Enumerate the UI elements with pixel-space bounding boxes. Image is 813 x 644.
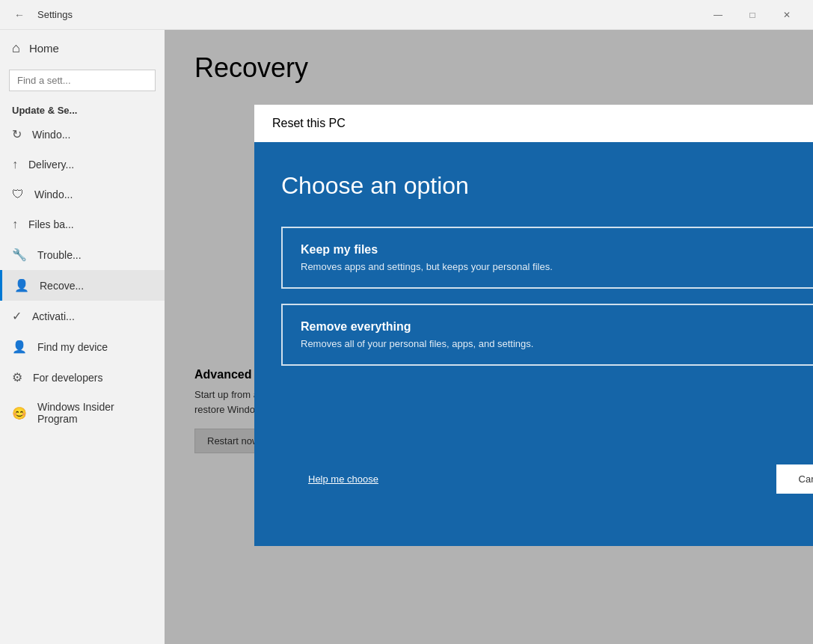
back-button[interactable]: ← <box>9 4 30 25</box>
reset-pc-dialog: Reset this PC Choose an option Keep my f… <box>254 105 813 546</box>
delivery-icon: ↑ <box>12 158 18 171</box>
find-icon: 👤 <box>12 340 27 354</box>
dev-icon: ⚙ <box>12 370 22 384</box>
window-controls: — □ ✕ <box>701 0 804 30</box>
insider-icon: 😊 <box>12 406 27 420</box>
sidebar-category: Update & Se... <box>0 99 165 119</box>
sidebar: ⌂ Home Update & Se... ↻ Windo... ↑ Deliv… <box>0 30 165 644</box>
close-button[interactable]: ✕ <box>770 0 804 30</box>
sidebar-item-label: Delivery... <box>28 159 74 171</box>
minimize-button[interactable]: — <box>701 0 735 30</box>
sidebar-item-windows-security[interactable]: 🛡 Windo... <box>0 180 165 209</box>
sidebar-item-insider[interactable]: 😊 Windows Insider Program <box>0 393 165 433</box>
sidebar-item-label: Windows Insider Program <box>37 401 153 425</box>
sidebar-item-developers[interactable]: ⚙ For developers <box>0 362 165 393</box>
search-input[interactable] <box>9 70 156 91</box>
maximize-button[interactable]: □ <box>735 0 770 30</box>
backup-icon: ↑ <box>12 218 18 231</box>
dialog-title: Choose an option <box>281 172 813 200</box>
keep-files-title: Keep my files <box>301 243 813 257</box>
main-content: Recovery Advanced startup Start up from … <box>165 30 813 644</box>
home-icon: ⌂ <box>12 40 20 56</box>
sidebar-search-container <box>9 70 156 91</box>
update-icon: ↻ <box>12 127 22 141</box>
remove-everything-description: Removes all of your personal files, apps… <box>301 338 813 349</box>
sidebar-item-label: Files ba... <box>28 218 74 230</box>
cancel-button[interactable]: Cancel <box>776 464 813 494</box>
sidebar-item-label: Windo... <box>32 129 70 141</box>
sidebar-item-label: Trouble... <box>37 249 82 261</box>
sidebar-item-find-device[interactable]: 👤 Find my device <box>0 331 165 362</box>
sidebar-item-label: Activati... <box>32 310 75 322</box>
sidebar-item-activation[interactable]: ✓ Activati... <box>0 301 165 331</box>
window-title: Settings <box>37 9 73 20</box>
dialog-header: Reset this PC <box>254 105 813 142</box>
keep-files-option[interactable]: Keep my files Removes apps and settings,… <box>281 227 813 289</box>
app-layout: ⌂ Home Update & Se... ↻ Windo... ↑ Deliv… <box>0 30 813 644</box>
keep-files-description: Removes apps and settings, but keeps you… <box>301 261 813 272</box>
dialog-body: Choose an option Keep my files Removes a… <box>254 142 813 546</box>
sidebar-item-label: For developers <box>33 372 102 384</box>
sidebar-item-troubleshoot[interactable]: 🔧 Trouble... <box>0 239 165 270</box>
title-bar: ← Settings — □ ✕ <box>0 0 813 30</box>
shield-icon: 🛡 <box>12 188 24 201</box>
home-label: Home <box>29 42 59 55</box>
help-me-choose-link[interactable]: Help me choose <box>308 473 378 485</box>
sidebar-item-windows-update[interactable]: ↻ Windo... <box>0 119 165 150</box>
sidebar-item-home[interactable]: ⌂ Home <box>0 30 165 67</box>
sidebar-item-delivery[interactable]: ↑ Delivery... <box>0 150 165 180</box>
sidebar-item-files-backup[interactable]: ↑ Files ba... <box>0 209 165 239</box>
remove-everything-title: Remove everything <box>301 320 813 334</box>
sidebar-item-recovery[interactable]: 👤 Recove... <box>0 270 165 301</box>
sidebar-item-label: Recove... <box>40 280 84 292</box>
recovery-icon: 👤 <box>14 278 29 292</box>
sidebar-item-label: Windo... <box>34 188 73 200</box>
wrench-icon: 🔧 <box>12 248 27 262</box>
dialog-footer: Help me choose Cancel <box>281 464 813 516</box>
activation-icon: ✓ <box>12 309 22 323</box>
remove-everything-option[interactable]: Remove everything Removes all of your pe… <box>281 304 813 366</box>
sidebar-item-label: Find my device <box>37 341 108 353</box>
